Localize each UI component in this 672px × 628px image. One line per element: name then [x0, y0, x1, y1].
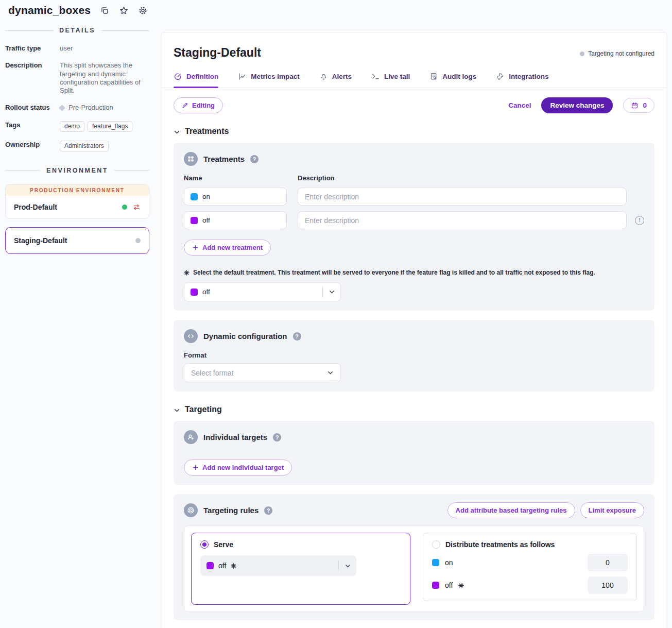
swap-arrows-icon	[132, 203, 141, 211]
treatments-help-icon[interactable]: ?	[250, 155, 259, 163]
add-attribute-rules-button[interactable]: Add attribute based targeting rules	[447, 502, 575, 518]
traffic-type-label: Traffic type	[5, 44, 60, 53]
flag-name: dynamic_boxes	[8, 4, 91, 16]
format-select[interactable]: Select format	[184, 363, 341, 382]
add-new-individual-target-button[interactable]: Add new individual target	[184, 460, 292, 476]
treatment-name-input-on[interactable]: on	[184, 188, 287, 206]
calendar-icon	[631, 101, 639, 109]
environment-card-staging[interactable]: Staging-Default	[5, 227, 149, 254]
treatments-card-title: Treatments	[203, 155, 245, 163]
treatment-row-on: on	[184, 188, 644, 206]
distribute-percent-input-off[interactable]	[588, 576, 628, 594]
copy-icon[interactable]	[100, 6, 110, 15]
environment-name-staging: Staging-Default	[14, 236, 67, 245]
tags-row: Tags demofeature_flags	[5, 121, 149, 132]
default-treatment-note: Select the default treatment. This treat…	[193, 269, 595, 276]
details-heading: DETAILS	[5, 27, 149, 34]
environment-heading: ENVIRONMENT	[5, 167, 149, 174]
person-plus-icon	[184, 430, 198, 444]
tab-live-tail[interactable]: Live tail	[371, 72, 410, 88]
tab-definition[interactable]: Definition	[174, 72, 218, 88]
tag-chip: demo	[60, 121, 84, 132]
collapse-treatments-icon[interactable]	[174, 128, 180, 135]
individual-targets-card: Individual targets ? Add new individual …	[174, 421, 654, 485]
rollout-status-label: Rollout status	[5, 104, 60, 112]
terminal-icon	[371, 72, 380, 81]
tab-label: Integrations	[509, 73, 548, 80]
tab-audit-logs[interactable]: Audit logs	[429, 72, 476, 88]
serve-label: Serve	[214, 540, 233, 549]
targeting-rules-body: Serve off	[184, 525, 644, 612]
add-new-treatment-button[interactable]: Add new treatment	[184, 240, 271, 256]
flag-header: dynamic_boxes	[8, 0, 148, 21]
page-title: Staging-Default	[174, 46, 261, 60]
treatment-description-input-off[interactable]	[298, 211, 627, 229]
bell-icon	[319, 72, 328, 81]
limit-exposure-button[interactable]: Limit exposure	[580, 502, 644, 518]
serve-radio[interactable]	[200, 540, 209, 549]
cancel-button[interactable]: Cancel	[508, 101, 531, 109]
environment-card-prod[interactable]: PRODUCTION ENVIRONMENT Prod-Default	[5, 184, 149, 219]
change-queue-button[interactable]: 0	[623, 98, 654, 113]
default-treatment-select[interactable]: off	[184, 282, 341, 301]
environment-name-prod: Prod-Default	[14, 203, 57, 211]
plus-icon	[192, 464, 199, 471]
collapse-targeting-icon[interactable]	[174, 406, 180, 413]
rollout-status-row: Rollout status Pre-Production	[5, 104, 149, 112]
dynamic-configuration-help-icon[interactable]: ?	[293, 332, 301, 341]
audit-log-icon	[429, 72, 438, 81]
format-placeholder: Select format	[191, 369, 233, 377]
default-asterisk-icon	[184, 270, 189, 276]
dynamic-configuration-card: Dynamic configuration ? Format Select fo…	[174, 320, 654, 392]
serve-treatment-select[interactable]: off	[200, 555, 356, 576]
default-asterisk-icon	[231, 563, 236, 569]
description-column-header: Description	[298, 174, 335, 182]
treatment-color-swatch-on	[432, 559, 439, 566]
tab-metrics-impact[interactable]: Metrics impact	[238, 72, 300, 88]
queue-count: 0	[643, 101, 647, 109]
treatment-color-swatch-off	[432, 582, 439, 589]
definition-icon	[174, 72, 182, 81]
tab-alerts[interactable]: Alerts	[319, 72, 352, 88]
ownership-label: Ownership	[5, 141, 60, 151]
tab-label: Audit logs	[442, 73, 476, 80]
name-column-header: Name	[184, 174, 298, 182]
tab-label: Live tail	[384, 73, 410, 80]
line-chart-icon	[238, 72, 247, 81]
default-asterisk-icon	[458, 583, 464, 588]
targeting-rules-help-icon[interactable]: ?	[264, 506, 272, 515]
distribute-option-card[interactable]: Distribute treatments as follows on off	[423, 533, 637, 601]
default-treatment-swatch	[191, 288, 198, 296]
sidebar: DETAILS Traffic type user Description Th…	[5, 27, 149, 262]
editing-button[interactable]: Editing	[174, 97, 223, 113]
distribute-radio[interactable]	[432, 540, 440, 549]
description-row: Description This split showcases the tar…	[5, 61, 149, 95]
treatment-name-input-off[interactable]: off	[184, 211, 287, 229]
treatment-description-input-on[interactable]	[298, 188, 627, 206]
plus-icon	[192, 244, 199, 251]
serve-treatment-swatch	[206, 562, 214, 569]
distribute-percent-input-on[interactable]	[588, 554, 628, 571]
distribute-label: Distribute treatments as follows	[445, 540, 555, 549]
tab-integrations[interactable]: Integrations	[496, 72, 548, 88]
treatment-row-off: off !	[184, 211, 644, 229]
grid-icon	[184, 152, 198, 166]
info-icon[interactable]: !	[635, 216, 644, 225]
description-label: Description	[5, 61, 60, 95]
dynamic-configuration-title: Dynamic configuration	[203, 332, 287, 341]
individual-targets-help-icon[interactable]: ?	[273, 433, 281, 442]
serve-option-card[interactable]: Serve off	[191, 533, 410, 605]
distribute-row-on: on	[432, 554, 628, 571]
star-icon[interactable]	[119, 6, 129, 15]
default-treatment-value: off	[202, 288, 210, 296]
tab-bar: Definition Metrics impact Alerts Live ta…	[161, 72, 667, 88]
chevron-down-icon	[323, 288, 340, 295]
gear-icon[interactable]	[138, 6, 148, 15]
tab-label: Metrics impact	[251, 73, 300, 80]
individual-targets-title: Individual targets	[203, 433, 267, 442]
traffic-type-row: Traffic type user	[5, 44, 149, 53]
staging-status-dot	[135, 238, 141, 243]
chevron-down-icon	[327, 369, 334, 376]
code-icon	[184, 329, 198, 343]
review-changes-button[interactable]: Review changes	[541, 97, 613, 113]
